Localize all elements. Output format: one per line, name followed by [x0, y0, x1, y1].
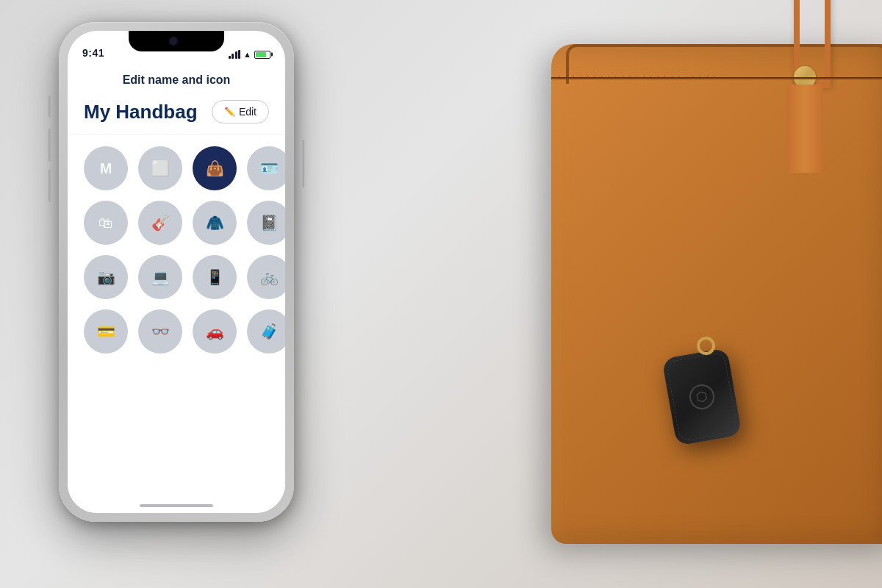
car-icon[interactable]: 🚗 — [193, 309, 237, 354]
bicycle-icon-symbol: 🚲 — [260, 268, 279, 286]
notebook-icon-symbol: 📓 — [260, 214, 279, 232]
coat-icon[interactable]: 🧥 — [193, 201, 237, 245]
card-icon[interactable]: ⬜ — [138, 146, 182, 190]
letter-m-icon[interactable]: M — [84, 146, 128, 190]
luggage-icon-symbol: 🧳 — [260, 323, 279, 340]
signal-bars — [229, 50, 241, 59]
shopping-bag-icon-symbol: 🛍 — [98, 215, 113, 232]
pencil-icon: ✏️ — [224, 107, 235, 117]
shopping-bag-icon[interactable]: 🛍 — [84, 201, 128, 245]
mute-button[interactable] — [49, 96, 51, 118]
glasses-icon-symbol: 👓 — [151, 323, 170, 340]
edit-button-label: Edit — [239, 106, 257, 118]
app-content: Edit name and icon My Handbag ✏️ Edit M⬜… — [68, 63, 285, 513]
home-indicator — [140, 504, 213, 507]
signal-bar-2 — [232, 54, 234, 59]
passport-icon[interactable]: 🪪 — [247, 146, 285, 190]
camera-icon-symbol: 📷 — [97, 268, 115, 286]
signal-bar-4 — [238, 50, 240, 59]
nav-title: Edit name and icon — [68, 63, 285, 93]
front-camera — [170, 37, 177, 45]
notebook-icon[interactable]: 📓 — [247, 201, 285, 245]
coat-icon-symbol: 🧥 — [206, 214, 224, 232]
laptop-icon[interactable]: 💻 — [138, 255, 182, 299]
battery-icon — [254, 51, 270, 59]
bicycle-icon[interactable]: 🚲 — [247, 255, 285, 299]
status-icons: ▲ — [229, 50, 270, 59]
glasses-icon[interactable]: 👓 — [138, 309, 182, 354]
item-name: My Handbag — [84, 101, 198, 123]
handbag-strap — [786, 85, 823, 173]
guitar-icon-symbol: 🎸 — [151, 214, 170, 232]
handbag-area — [382, 0, 882, 588]
luggage-icon[interactable]: 🧳 — [247, 309, 285, 354]
card-icon-symbol: ⬜ — [151, 159, 170, 177]
phone-outer: 9:41 ▲ Edit name and icon — [59, 22, 294, 522]
tracker-stitching — [666, 352, 738, 442]
wifi-icon: ▲ — [243, 50, 251, 59]
handbag-icon-symbol: 👜 — [206, 159, 224, 177]
wallet-icon-symbol: 💳 — [97, 323, 115, 340]
status-time: 9:41 — [82, 47, 104, 59]
volume-down-button[interactable] — [49, 169, 51, 202]
laptop-icon-symbol: 💻 — [151, 268, 170, 286]
phone-notch — [129, 31, 224, 51]
handbag-zipper — [551, 77, 882, 79]
power-button[interactable] — [301, 140, 304, 187]
signal-bar-3 — [235, 51, 237, 59]
wallet-icon[interactable]: 💳 — [84, 309, 128, 354]
item-name-section: My Handbag ✏️ Edit — [68, 93, 285, 135]
phone-screen: 9:41 ▲ Edit name and icon — [68, 31, 285, 513]
guitar-icon[interactable]: 🎸 — [138, 201, 182, 245]
handbag-icon[interactable]: 👜 — [193, 146, 237, 190]
tablet-icon-symbol: 📱 — [206, 268, 224, 286]
phone-container: 9:41 ▲ Edit name and icon — [59, 22, 294, 522]
handbag — [551, 44, 882, 544]
volume-up-button[interactable] — [49, 129, 51, 162]
car-icon-symbol: 🚗 — [206, 323, 224, 340]
edit-button[interactable]: ✏️ Edit — [212, 100, 269, 123]
letter-m-icon-symbol: M — [100, 160, 112, 177]
battery-fill — [256, 52, 266, 57]
passport-icon-symbol: 🪪 — [260, 159, 279, 177]
tablet-icon[interactable]: 📱 — [193, 255, 237, 299]
camera-icon[interactable]: 📷 — [84, 255, 128, 299]
signal-bar-1 — [229, 56, 231, 59]
icon-grid: M⬜👜🪪🛍🎸🧥📓📷💻📱🚲💳👓🚗🧳 — [68, 135, 285, 365]
